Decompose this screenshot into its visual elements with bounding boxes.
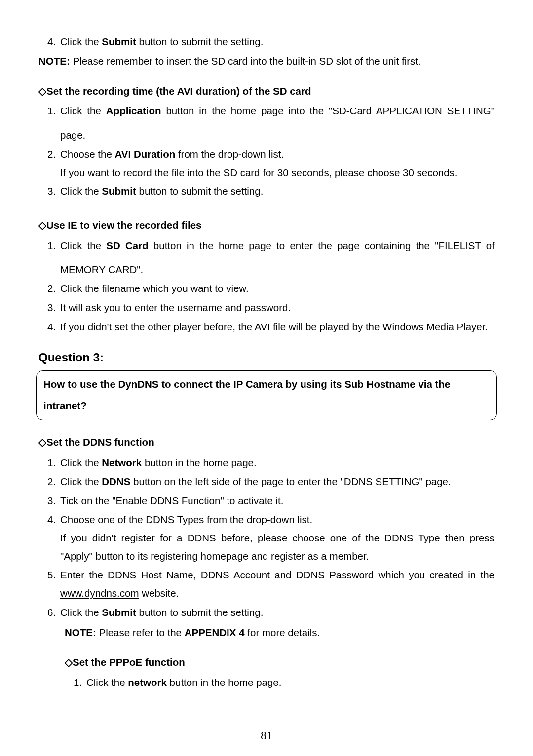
item-text: Click the network button in the home pag…	[86, 675, 495, 690]
text-post: from the drop-down list.	[175, 148, 284, 160]
text-post: button in the home page.	[167, 677, 282, 688]
item-line1: Click the Application button in the home…	[60, 104, 495, 119]
list-item: 1. Click the Network button in the home …	[47, 455, 495, 470]
item-text: Click the DDNS button on the left side o…	[60, 474, 495, 490]
text-pre: Click the	[60, 36, 102, 47]
item-text: Click the filename which you want to vie…	[60, 281, 495, 296]
item-line2: If you want to record the file into the …	[60, 165, 495, 180]
item-text: Click the Submit button to submit the se…	[60, 184, 495, 199]
item-text: Click the SD Card button in the home pag…	[60, 238, 495, 278]
dyndns-link[interactable]: www.dyndns.com	[60, 587, 139, 599]
question-3-label: Question 3:	[38, 349, 495, 366]
item-extra1: If you didn't register for a DDNS before…	[60, 531, 495, 546]
ddns-list: 1. Click the Network button in the home …	[38, 455, 495, 620]
text-pre: Choose the	[60, 148, 115, 160]
text-bold: network	[128, 677, 167, 688]
list-item: 2. Choose the AVI Duration from the drop…	[47, 147, 495, 180]
item-number: 3.	[47, 184, 60, 199]
heading-ddns: ◇Set the DDNS function	[38, 435, 495, 450]
list-item: 2. Click the filename which you want to …	[47, 281, 495, 296]
text-bold: DDNS	[102, 476, 130, 487]
item-line2: MEMORY CARD".	[60, 262, 495, 278]
list-item: 4. Choose one of the DDNS Types from the…	[47, 512, 495, 564]
text-pre: Click the	[60, 105, 106, 116]
item-text: Choose the AVI Duration from the drop-do…	[60, 147, 495, 180]
list-item: 4. If you didn't set the other player be…	[47, 320, 495, 335]
text-tail: website.	[139, 587, 179, 599]
text-post: button to submit the setting.	[136, 185, 264, 197]
text-post: button in the home page.	[142, 457, 257, 468]
item-text: Tick on the "Enable DDNS Function" to ac…	[60, 493, 495, 508]
heading-pppoe: ◇Set the PPPoE function	[65, 655, 495, 670]
item-number: 2.	[47, 281, 60, 296]
item-number: 2.	[47, 474, 60, 490]
text-pre: Click the	[60, 607, 102, 618]
text-bold: Submit	[102, 36, 136, 47]
text-bold: AVI Duration	[115, 148, 176, 160]
text-post: button to submit the setting.	[136, 36, 264, 47]
note-post: for more details.	[245, 627, 320, 638]
item-number: 1.	[47, 104, 60, 143]
item-number: 3.	[47, 493, 60, 508]
text-bold: Application	[106, 105, 161, 116]
item-text: It will ask you to enter the username an…	[60, 300, 495, 316]
text-post: button in the home page into the "SD-Car…	[161, 105, 495, 116]
text-bold: SD Card	[106, 240, 148, 251]
page-number: 81	[0, 729, 533, 742]
list-item: 4. Click the Submit button to submit the…	[47, 35, 495, 50]
recording-list: 1. Click the Application button in the h…	[38, 104, 495, 199]
item-number: 2.	[47, 147, 60, 180]
note-line: NOTE: Please remember to insert the SD c…	[38, 54, 495, 69]
text-bold: Submit	[102, 185, 136, 197]
prev-step4: 4. Click the Submit button to submit the…	[38, 35, 495, 50]
text-pre: Click the	[60, 185, 102, 197]
list-item: 2. Click the DDNS button on the left sid…	[47, 474, 495, 490]
item-number: 1.	[74, 675, 86, 690]
text-post: button to submit the setting.	[136, 607, 264, 618]
note-label: NOTE:	[38, 55, 70, 67]
heading-recording-time: ◇Set the recording time (the AVI duratio…	[38, 84, 495, 99]
list-item: 5. Enter the DDNS Host Name, DDNS Accoun…	[47, 568, 495, 601]
item-text: Enter the DDNS Host Name, DDNS Account a…	[60, 568, 495, 601]
item-text: Click the Application button in the home…	[60, 104, 495, 143]
item-number: 6.	[47, 605, 60, 620]
item-line2: www.dyndns.com website.	[60, 586, 495, 601]
heading-use-ie: ◇Use IE to view the recorded files	[38, 218, 495, 233]
ddns-note: NOTE: Please refer to the APPENDIX 4 for…	[38, 625, 495, 641]
text-post: button in the home page to enter the pag…	[149, 240, 495, 251]
list-item: 6. Click the Submit button to submit the…	[47, 605, 495, 620]
item-text: Click the Network button in the home pag…	[60, 455, 495, 470]
item-line1: Choose the AVI Duration from the drop-do…	[60, 147, 495, 162]
item-number: 3.	[47, 300, 60, 316]
text-pre: Click the	[60, 240, 106, 251]
item-line1: Click the SD Card button in the home pag…	[60, 238, 495, 253]
text-bold: Network	[102, 457, 142, 468]
note-text: Please remember to insert the SD card in…	[70, 55, 421, 67]
document-page: 4. Click the Submit button to submit the…	[0, 0, 533, 690]
question-line2: intranet?	[43, 398, 490, 414]
list-item: 1. Click the SD Card button in the home …	[47, 238, 495, 278]
question-3-box: How to use the DynDNS to connect the IP …	[36, 370, 497, 421]
item-text: Choose one of the DDNS Types from the dr…	[60, 512, 495, 564]
note-label: NOTE:	[65, 627, 96, 638]
item-number: 1.	[47, 455, 60, 470]
ie-list: 1. Click the SD Card button in the home …	[38, 238, 495, 335]
item-line2: page.	[60, 128, 495, 143]
item-line1: Enter the DDNS Host Name, DDNS Account a…	[60, 568, 495, 583]
item-number: 1.	[47, 238, 60, 278]
note-pre: Please refer to the	[96, 627, 185, 638]
pppoe-block: ◇Set the PPPoE function 1. Click the net…	[38, 655, 495, 690]
pppoe-list: 1. Click the network button in the home …	[65, 675, 495, 690]
item-text: Click the Submit button to submit the se…	[60, 605, 495, 620]
text-post: button on the left side of the page to e…	[130, 476, 451, 487]
list-item: 3. Click the Submit button to submit the…	[47, 184, 495, 199]
text-pre: Click the	[60, 457, 102, 468]
note-bold: APPENDIX 4	[185, 627, 245, 638]
text-pre: Click the	[86, 677, 128, 688]
item-text: If you didn't set the other player befor…	[60, 320, 495, 335]
item-extra2: "Apply" button to its registering homepa…	[60, 549, 495, 564]
item-line1: Choose one of the DDNS Types from the dr…	[60, 512, 495, 528]
item-number: 5.	[47, 568, 60, 601]
item-number: 4.	[47, 35, 60, 50]
text-pre: Click the	[60, 476, 102, 487]
